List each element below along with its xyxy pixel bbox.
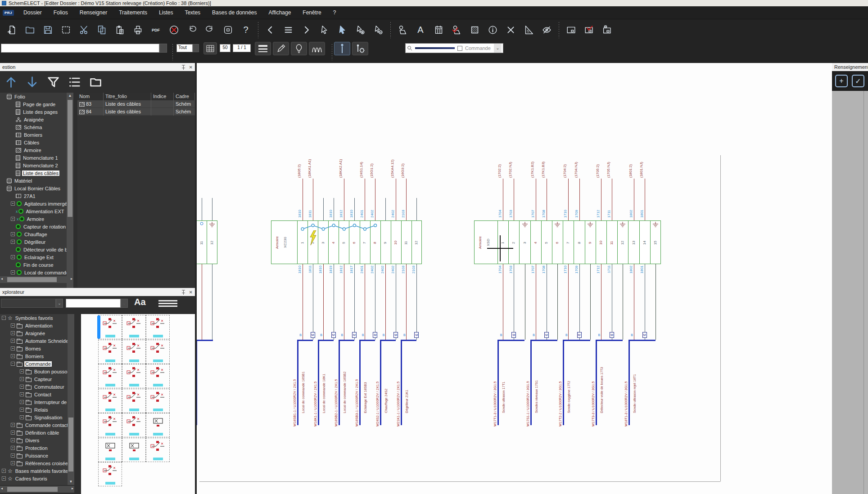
delete-icon[interactable] (165, 21, 183, 39)
tree-expander[interactable]: + (11, 323, 15, 328)
symbol-cell[interactable] (122, 389, 146, 413)
tree-item[interactable]: +Relais (0, 406, 68, 413)
tree-expander[interactable]: − (11, 362, 15, 366)
chevron-down-icon[interactable]: ⌄ (56, 299, 63, 308)
folio-column-header[interactable]: Nom (77, 93, 104, 100)
cursor-zoom-in-icon[interactable] (351, 21, 369, 39)
folio-row[interactable]: 84 Liste des câblesSchém (77, 108, 195, 116)
menu-button[interactable] (158, 299, 177, 308)
tree-expander[interactable]: + (11, 339, 15, 343)
undo-icon[interactable] (183, 21, 201, 39)
symbol-cell[interactable] (98, 462, 122, 486)
list-view-icon[interactable] (68, 76, 81, 89)
tree-expander[interactable]: − (2, 316, 6, 320)
search-input[interactable] (1, 44, 159, 53)
tree-expander[interactable]: + (20, 369, 24, 373)
symbol-cell[interactable] (98, 438, 122, 462)
tree-expander[interactable]: + (20, 415, 24, 419)
tree-item[interactable]: Liste des pages (0, 108, 67, 116)
filter-dropdown-button[interactable] (193, 44, 199, 52)
tree-expander[interactable]: + (11, 232, 15, 236)
tree-item[interactable]: +☆Bases matériels favorite (0, 467, 68, 475)
draw-wire-button[interactable] (273, 42, 289, 55)
measure-icon[interactable] (520, 21, 538, 39)
frame-copy-icon[interactable] (598, 21, 616, 39)
tree-item[interactable]: Folio (0, 93, 67, 100)
tree-expander[interactable]: + (20, 385, 24, 389)
tree-expander[interactable]: + (20, 408, 24, 412)
menu-item[interactable]: Fenêtre (297, 8, 327, 17)
tree-item[interactable]: +Agitateurs immergés (0, 200, 67, 207)
symbol-check-icon[interactable] (448, 21, 466, 39)
tree-item[interactable]: +☆Cadres favoris (0, 475, 68, 482)
tree-expander[interactable]: + (11, 240, 15, 244)
gestion-tree-hscrollbar[interactable]: ◂▸ (0, 276, 73, 283)
symbol-cell[interactable] (98, 389, 122, 413)
tree-item[interactable]: Borniers (0, 131, 67, 139)
stop-icon[interactable] (219, 21, 237, 39)
symbol-cell[interactable] (122, 364, 146, 388)
cursor-zoom-out-icon[interactable] (369, 21, 387, 39)
pin-panel-icon[interactable] (181, 65, 185, 70)
frame-check-icon[interactable] (580, 21, 598, 39)
tree-item[interactable]: xAlimentation EXT (0, 207, 67, 215)
tree-expander[interactable]: + (11, 202, 15, 206)
tree-item[interactable]: +xArmoire (0, 215, 67, 223)
nav-back-icon[interactable] (261, 21, 279, 39)
symbol-cell[interactable] (98, 364, 122, 388)
folio-column-header[interactable]: Cadre (174, 93, 195, 100)
tree-expander[interactable]: + (11, 431, 15, 435)
menu-item[interactable]: Listes (153, 8, 179, 17)
nav-forward-icon[interactable] (297, 21, 315, 39)
symbol-cell[interactable] (146, 315, 170, 339)
tree-item[interactable]: Armoire (0, 146, 67, 154)
menu-item[interactable]: Folios (48, 8, 74, 17)
cursor-icon[interactable] (315, 21, 333, 39)
tree-expander[interactable]: + (11, 346, 15, 350)
pin-settings-button[interactable] (352, 42, 368, 55)
symbol-cell[interactable] (122, 438, 146, 462)
symbol-cell[interactable] (98, 340, 122, 364)
folder-icon[interactable] (89, 76, 102, 89)
add-icon[interactable]: + (835, 75, 848, 87)
open-folder-icon[interactable] (21, 21, 39, 39)
tree-expander[interactable]: + (11, 270, 15, 274)
menu-item[interactable]: Textes (179, 8, 206, 17)
tree-item[interactable]: +Local de commande (0, 269, 67, 276)
symbol-cell[interactable] (122, 413, 146, 437)
tree-item[interactable]: +Références croisée (0, 459, 68, 467)
symbol-cell[interactable] (146, 438, 170, 462)
tree-item[interactable]: Page de garde (0, 100, 67, 108)
search-dropdown-button[interactable] (159, 44, 167, 53)
tree-item[interactable]: +Alimentation (0, 322, 68, 329)
tree-expander[interactable]: + (20, 377, 24, 381)
tree-item[interactable]: +Chauffage (0, 230, 67, 238)
tree-item[interactable]: Matériel (0, 177, 67, 184)
font-button[interactable]: Aa (134, 297, 146, 307)
tree-item[interactable]: Nomenclature 2 (0, 162, 67, 169)
chevron-down-icon[interactable]: ⌄ (494, 44, 502, 53)
menu-item[interactable]: Affichage (263, 8, 297, 17)
tree-item[interactable]: +Dégrilleur (0, 238, 67, 246)
symbol-category-combo[interactable] (1, 299, 56, 308)
move-down-icon[interactable] (26, 76, 39, 89)
folio-row[interactable]: 83 Liste des câblesSchém (77, 100, 195, 108)
symbol-insert-icon[interactable] (393, 21, 411, 39)
symbol-cell[interactable] (146, 364, 170, 388)
tree-item[interactable]: +Commutateur (0, 383, 68, 391)
tree-item[interactable]: Capteur de rotation (0, 223, 67, 230)
line-style-combo[interactable]: Commande ⌄ (405, 43, 503, 53)
tree-item[interactable]: +Définition câble (0, 429, 68, 436)
tree-item[interactable]: −Commande (0, 360, 68, 368)
tree-item[interactable]: +Bouton poussoi (0, 368, 68, 375)
tree-item[interactable]: Fin de course (0, 261, 67, 269)
highlight-button[interactable] (291, 42, 307, 55)
close-x-icon[interactable] (502, 21, 520, 39)
gestion-tree-vscrollbar[interactable]: ▲▼ (67, 93, 73, 305)
tree-expander[interactable]: + (11, 217, 15, 221)
tree-item[interactable]: +Commande contact (0, 421, 68, 429)
symbol-cell[interactable] (146, 340, 170, 364)
tree-expander[interactable]: + (11, 331, 15, 335)
select-rect-icon[interactable] (57, 21, 75, 39)
tree-item[interactable]: +Bornes (0, 345, 68, 352)
